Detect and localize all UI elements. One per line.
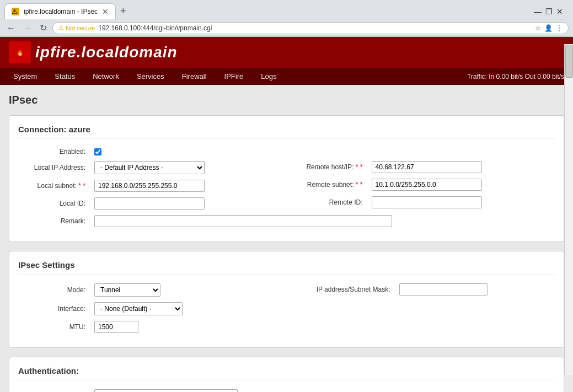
nav-item-network[interactable]: Network [84,68,128,85]
enabled-label: Enabled: [18,148,90,155]
remark-row: Remark: [18,215,555,227]
back-button[interactable]: ← [4,22,18,34]
ip-mask-label: IP address/Subnet Mask: [296,286,395,293]
tab-close-button[interactable]: ✕ [102,7,109,16]
scrollbar-thumb[interactable] [565,45,573,78]
ipsec-settings-title: IPsec Settings [18,260,555,275]
remote-host-input[interactable] [372,161,482,173]
new-tab-button[interactable]: + [120,6,126,17]
local-subnet-row: Local subnet: * [18,180,278,192]
remote-subnet-label: Remote subnet: * [296,181,367,189]
mtu-row: MTU: [18,321,278,333]
nav-item-firewall[interactable]: Firewall [173,68,216,85]
tab-title: ipfire.localdomain - IPsec [24,8,98,15]
url-text: 192.168.0.100:444/cgi-bin/vpnmain.cgi [98,24,212,32]
remote-host-label: Remote host/IP: * [296,163,367,171]
tab-favicon: ⚠ [12,8,19,15]
browser-chrome: ⚠ ipfire.localdomain - IPsec ✕ + — ❐ ✕ ←… [0,0,573,37]
authentication-section: Authentication: Use a pre-shared key: [9,357,564,392]
mode-row: Mode: Tunnel Transport [18,283,278,297]
warning-icon: ⚠ [58,24,64,31]
interface-select[interactable]: - None (Default) - [94,302,183,315]
enabled-checkbox[interactable] [94,148,101,155]
nav-menu: System Status Network Services Firewall … [0,68,573,85]
not-secure-indicator: ⚠ Not secure [58,24,95,31]
connection-section-title: Connection: azure [18,125,555,139]
remark-input[interactable] [94,215,392,227]
active-tab[interactable]: ⚠ ipfire.localdomain - IPsec ✕ [4,3,116,19]
interface-label: Interface: [18,305,90,313]
nav-item-logs[interactable]: Logs [252,68,285,85]
remote-host-row: Remote host/IP: * [296,161,555,173]
ip-mask-input[interactable] [399,283,488,296]
mode-label: Mode: [18,286,90,294]
remote-id-input[interactable] [372,196,482,208]
address-bar-row: ← → ↻ ⚠ Not secure 192.168.0.100:444/cgi… [0,19,573,36]
remote-id-row: Remote ID: [296,196,555,208]
minimize-button[interactable]: — [533,7,542,16]
nav-item-ipfire[interactable]: IPFire [216,68,253,85]
local-ip-label: Local IP Address: [18,164,90,171]
window-controls: — ❐ ✕ [533,7,569,16]
remote-subnet-row: Remote subnet: * [296,179,555,191]
interface-row: Interface: - None (Default) - [18,302,278,315]
address-bar-icons: ☆ 👤 ⋮ [535,24,563,32]
remark-label: Remark: [18,217,90,225]
local-id-input[interactable] [94,197,205,210]
reload-button[interactable]: ↻ [38,22,49,34]
remote-id-label: Remote ID: [296,198,367,206]
connection-section: Connection: azure Enabled: Local IP Addr… [9,115,564,242]
authentication-title: Authentication: [18,366,555,380]
main-content: IPsec Connection: azure Enabled: Local I… [0,85,573,392]
address-bar[interactable]: ⚠ Not secure 192.168.0.100:444/cgi-bin/v… [52,22,569,34]
ip-mask-row: IP address/Subnet Mask: [296,283,555,296]
ipsec-settings-section: IPsec Settings Mode: Tunnel Transport In… [9,251,564,348]
mtu-label: MTU: [18,323,90,331]
nav-item-services[interactable]: Services [128,68,173,85]
nav-item-system[interactable]: System [4,68,46,85]
mtu-input[interactable] [94,321,138,333]
account-icon[interactable]: 👤 [544,24,553,32]
logo-area: 🔥 ipfire.localdomain [9,41,178,63]
page-title: IPsec [9,94,564,106]
local-id-row: Local ID: [18,197,278,210]
local-id-label: Local ID: [18,200,90,207]
local-subnet-input[interactable] [94,180,205,192]
menu-icon[interactable]: ⋮ [556,24,563,32]
local-ip-row: Local IP Address: - Default IP Address - [18,161,278,174]
tab-bar: ⚠ ipfire.localdomain - IPsec ✕ + — ❐ ✕ [0,0,573,19]
logo-icon: 🔥 [9,41,31,63]
mode-select[interactable]: Tunnel Transport [94,283,160,297]
remote-subnet-input[interactable] [372,179,482,191]
local-subnet-label: Local subnet: * [18,182,90,190]
restore-button[interactable]: ❐ [544,7,553,16]
forward-button[interactable]: → [21,22,34,34]
site-title: ipfire.localdomain [35,44,178,61]
enabled-row: Enabled: [18,148,555,155]
bookmark-icon[interactable]: ☆ [535,24,541,32]
psk-input[interactable] [94,389,238,392]
close-button[interactable]: ✕ [555,7,564,16]
psk-row: Use a pre-shared key: [18,389,555,392]
nav-item-status[interactable]: Status [46,68,84,85]
ipfire-header: 🔥 ipfire.localdomain [0,37,573,68]
scrollbar[interactable] [564,44,573,375]
traffic-indicator: Traffic: In 0.00 bit/s Out 0.00 bit/s [463,68,569,85]
local-ip-select[interactable]: - Default IP Address - [94,161,205,174]
